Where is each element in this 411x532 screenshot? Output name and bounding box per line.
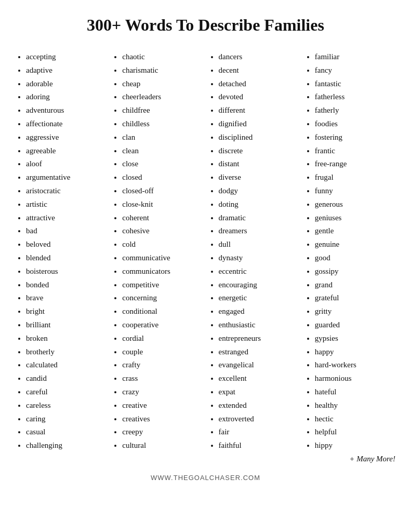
list-item: fancy xyxy=(315,64,395,77)
list-item: detached xyxy=(219,77,299,91)
list-item: fantastic xyxy=(315,77,395,91)
list-item: engaged xyxy=(219,305,299,318)
list-item: brave xyxy=(26,291,107,305)
list-item: charismatic xyxy=(122,64,203,77)
list-item: healthy xyxy=(315,399,395,413)
list-item: fair xyxy=(219,425,299,439)
list-item: evangelical xyxy=(219,358,299,372)
list-item: discrete xyxy=(219,144,299,158)
list-item: excellent xyxy=(219,372,299,385)
list-item: careful xyxy=(26,385,107,399)
list-item: different xyxy=(219,104,299,117)
list-item: diverse xyxy=(219,171,299,184)
list-item: dramatic xyxy=(219,211,299,225)
list-item: crass xyxy=(122,372,203,385)
list-item: attractive xyxy=(26,211,107,225)
list-item: devoted xyxy=(219,90,299,104)
page-title: 300+ Words To Describe Families xyxy=(87,16,324,35)
list-item: clean xyxy=(122,144,203,158)
list-item: guarded xyxy=(315,318,395,332)
list-item: artistic xyxy=(26,198,107,211)
list-item: eccentric xyxy=(219,265,299,278)
list-item: affectionate xyxy=(26,117,107,131)
list-item: bright xyxy=(26,305,107,318)
list-item: doting xyxy=(219,198,299,211)
list-item: adaptive xyxy=(26,64,107,77)
list-item: energetic xyxy=(219,291,299,305)
list-item: cooperative xyxy=(122,318,203,332)
list-item: harmonious xyxy=(315,372,395,385)
list-item: genuine xyxy=(315,238,395,251)
list-item: argumentative xyxy=(26,171,107,184)
list-item: crafty xyxy=(122,358,203,372)
list-item: childfree xyxy=(122,104,203,117)
more-label: + Many More! xyxy=(16,455,395,463)
list-item: dull xyxy=(219,238,299,251)
list-item: cohesive xyxy=(122,224,203,238)
list-item: aggressive xyxy=(26,131,107,144)
list-item: boisterous xyxy=(26,265,107,278)
list-item: frantic xyxy=(315,144,395,158)
list-item: bad xyxy=(26,224,107,238)
list-item: grateful xyxy=(315,291,395,305)
list-item: grand xyxy=(315,278,395,292)
list-item: competitive xyxy=(122,278,203,292)
list-item: couple xyxy=(122,345,203,359)
list-item: dreamers xyxy=(219,224,299,238)
list-item: blended xyxy=(26,251,107,265)
list-item: aloof xyxy=(26,157,107,171)
list-item: estranged xyxy=(219,345,299,359)
list-item: careless xyxy=(26,399,107,413)
list-item: dynasty xyxy=(219,251,299,265)
list-item: brotherly xyxy=(26,345,107,359)
list-item: concerning xyxy=(122,291,203,305)
list-item: encouraging xyxy=(219,278,299,292)
column-3: dancersdecentdetacheddevoteddifferentdig… xyxy=(208,50,299,453)
list-item: fatherly xyxy=(315,104,395,117)
list-item: hard-workers xyxy=(315,358,395,372)
list-item: aristocratic xyxy=(26,184,107,198)
list-item: creepy xyxy=(122,425,203,439)
list-item: hectic xyxy=(315,413,395,426)
list-item: gentle xyxy=(315,224,395,238)
list-item: cheap xyxy=(122,77,203,91)
list-item: creatives xyxy=(122,413,203,426)
list-item: casual xyxy=(26,425,107,439)
list-item: helpful xyxy=(315,425,395,439)
list-item: close xyxy=(122,157,203,171)
list-item: distant xyxy=(219,157,299,171)
list-item: cold xyxy=(122,238,203,251)
list-item: childless xyxy=(122,117,203,131)
list-item: gypsies xyxy=(315,332,395,345)
list-item: geniuses xyxy=(315,211,395,225)
list-item: generous xyxy=(315,198,395,211)
list-item: candid xyxy=(26,372,107,385)
list-item: closed xyxy=(122,171,203,184)
list-item: entrepreneurs xyxy=(219,332,299,345)
list-item: caring xyxy=(26,413,107,426)
list-item: fatherless xyxy=(315,90,395,104)
list-item: hippy xyxy=(315,439,395,453)
list-item: chaotic xyxy=(122,50,203,64)
list-item: accepting xyxy=(26,50,107,64)
list-item: dodgy xyxy=(219,184,299,198)
list-item: brilliant xyxy=(26,318,107,332)
list-item: adoring xyxy=(26,90,107,104)
list-item: dancers xyxy=(219,50,299,64)
list-item: familiar xyxy=(315,50,395,64)
list-item: conditional xyxy=(122,305,203,318)
list-item: broken xyxy=(26,332,107,345)
list-item: gossipy xyxy=(315,265,395,278)
list-item: challenging xyxy=(26,439,107,453)
list-item: adventurous xyxy=(26,104,107,117)
list-item: dignified xyxy=(219,117,299,131)
list-item: faithful xyxy=(219,439,299,453)
list-item: coherent xyxy=(122,211,203,225)
column-1: acceptingadaptiveadorableadoringadventur… xyxy=(16,50,107,453)
list-item: closed-off xyxy=(122,184,203,198)
list-item: cordial xyxy=(122,332,203,345)
list-item: enthusiastic xyxy=(219,318,299,332)
list-item: adorable xyxy=(26,77,107,91)
list-item: extended xyxy=(219,399,299,413)
list-item: foodies xyxy=(315,117,395,131)
